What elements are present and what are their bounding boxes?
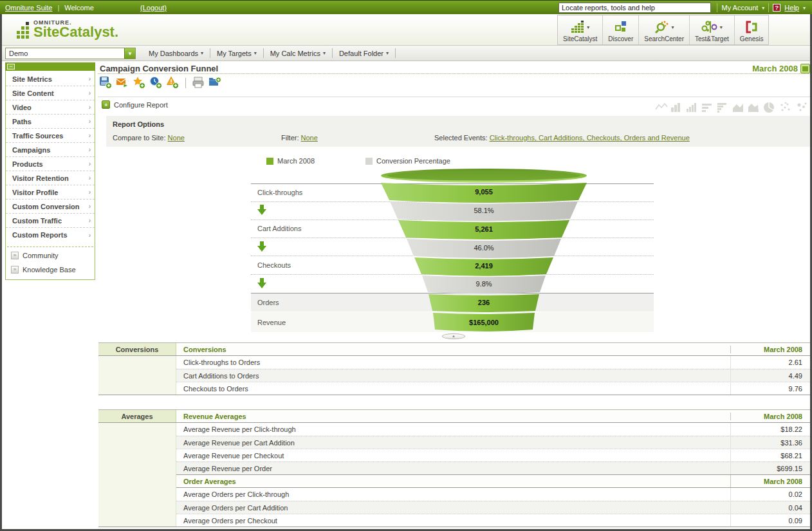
row-value: $18.22	[730, 423, 810, 436]
bookmark-report-icon[interactable]	[133, 77, 145, 89]
separator	[7, 242, 93, 247]
add-alert-icon[interactable]	[167, 77, 179, 89]
funnel-value: 2,419	[475, 262, 493, 270]
chevron-right-icon: ›	[89, 217, 91, 224]
sidebar-item-site-metrics[interactable]: Site Metrics›	[6, 72, 95, 86]
funnel-value: 9,055	[475, 188, 493, 196]
line-chart-icon	[656, 104, 667, 109]
discover-icon	[614, 20, 627, 34]
sidebar-item-visitor-retention[interactable]: Visitor Retention›	[6, 171, 95, 185]
genesis-icon	[745, 20, 758, 34]
add-to-dashboard-icon[interactable]	[150, 77, 162, 89]
sidebar-item-custom-traffic[interactable]: Custom Traffic›	[6, 214, 95, 228]
configure-report-button[interactable]: « Configure Report	[102, 100, 168, 109]
filter-option: Filter: None	[281, 134, 318, 142]
sitecatalyst-icon	[571, 20, 585, 34]
sidebar-item-visitor-profile[interactable]: Visitor Profile›	[6, 185, 95, 200]
sidebar-item-campaigns[interactable]: Campaigns›	[6, 143, 95, 157]
collapse-menu-button[interactable]: −	[7, 64, 15, 70]
sidebar-item-label: Site Content	[12, 89, 54, 97]
logout-link[interactable]: (Logout)	[140, 4, 167, 12]
chevron-down-icon: ▾	[201, 50, 203, 56]
omniture-suite-link[interactable]: Omniture Suite	[5, 4, 52, 12]
compare-to-site-link[interactable]: None	[168, 134, 185, 142]
menu-default-folder[interactable]: Default Folder▾	[333, 46, 395, 61]
my-account-menu[interactable]: My Account	[721, 4, 758, 12]
report-suite-dropdown-button[interactable]: ▼	[124, 48, 135, 59]
suite-button-sitecatalyst[interactable]: ▾ SiteCatalyst	[558, 15, 603, 44]
menu-label: Default Folder	[339, 50, 383, 57]
email-report-icon[interactable]	[116, 77, 129, 89]
sidebar-item-products[interactable]: Products›	[6, 157, 95, 171]
save-to-folder-icon[interactable]	[209, 77, 221, 89]
menu-label: My Targets	[217, 50, 252, 57]
report-period: March 2008	[752, 64, 798, 73]
menu-my-dashboards[interactable]: My Dashboards▾	[142, 46, 210, 61]
chevron-right-icon: ›	[89, 146, 91, 153]
horizontal-bar-chart-icon	[702, 104, 712, 112]
menu-my-calc-metrics[interactable]: My Calc Metrics▾	[264, 46, 332, 61]
table-row: Average Revenue per Checkout $68.21	[176, 449, 810, 461]
calendar-icon[interactable]	[800, 64, 810, 73]
report-suite-combobox: ▼	[5, 48, 136, 59]
sidebar-item-video[interactable]: Video›	[6, 100, 95, 115]
row-label: Average Revenue per Click-through	[176, 425, 730, 433]
suite-button-discover[interactable]: Discover	[603, 15, 639, 44]
omniture-logo: OMNITURE. SiteCatalyst.	[17, 19, 118, 39]
chevron-right-icon: ›	[89, 189, 91, 196]
sidebar-item-label: Products	[12, 160, 43, 168]
sidebar-item-custom-conversion[interactable]: Custom Conversion›	[6, 200, 95, 214]
sidebar-item-site-content[interactable]: Site Content›	[6, 86, 95, 100]
funnel-percent: 58.1%	[474, 207, 494, 214]
sidebar-item-community[interactable]: »Community	[6, 248, 95, 263]
funnel-step-label: Click-throughs	[257, 189, 302, 196]
testandtarget-icon	[701, 20, 718, 34]
row-label: Average Orders per Checkout	[176, 517, 730, 525]
row-label: Click-throughs to Orders	[176, 359, 730, 366]
legend-item-conversion-percentage: Conversion Percentage	[365, 157, 450, 165]
sidebar-item-label: Custom Reports	[12, 231, 68, 239]
sidebar-item-paths[interactable]: Paths›	[6, 115, 95, 129]
sidebar-item-traffic-sources[interactable]: Traffic Sources›	[6, 129, 95, 143]
row-value: 0.09	[730, 514, 810, 526]
conversions-side-column	[98, 356, 176, 395]
suite-button-genesis[interactable]: Genesis	[735, 15, 769, 44]
chevron-down-icon: ▾	[323, 50, 326, 56]
chart-type-selector[interactable]	[655, 102, 808, 113]
suite-button-label: Discover	[608, 35, 633, 42]
conversion-funnel-chart: 9,055 58.1% 5,261 46.0% 2,419 9.8% 236 $…	[355, 167, 613, 339]
chevron-right-icon: ›	[89, 203, 91, 210]
download-report-icon[interactable]	[100, 77, 112, 89]
help-menu[interactable]: Help	[784, 4, 799, 12]
search-input[interactable]	[558, 3, 711, 13]
row-value: $699.15	[730, 462, 810, 474]
chevron-right-icon: ›	[89, 160, 91, 167]
sidebar-item-custom-reports[interactable]: Custom Reports›	[6, 228, 95, 242]
row-label: Average Orders per Cart Addition	[176, 504, 730, 512]
suite-button-label: SearchCenter	[644, 35, 684, 42]
knowledge-base-icon: »	[11, 266, 19, 274]
selected-events-link[interactable]: Click-throughs, Cart Additions, Checkout…	[490, 134, 690, 142]
table-row: Click-throughs to Orders 2.61	[176, 356, 810, 369]
averages-side-column	[98, 423, 176, 526]
help-icon: ?	[773, 4, 780, 12]
table-header-period: March 2008	[730, 475, 810, 487]
bubble-chart-icon	[797, 103, 806, 111]
suite-button-searchcenter[interactable]: ▾ SearchCenter	[639, 15, 690, 44]
funnel-step-label: Orders	[257, 299, 279, 306]
row-label: Average Revenue per Cart Addition	[176, 439, 730, 447]
filter-link[interactable]: None	[301, 134, 318, 142]
suite-button-testandtarget[interactable]: ▾ Test&Target	[690, 15, 735, 44]
sidebar-item-knowledge-base[interactable]: »Knowledge Base	[6, 263, 95, 277]
chart-collapse-handle[interactable]: ▲	[442, 333, 465, 339]
chevron-down-icon: ▾	[762, 5, 764, 11]
page-title: Campaign Conversion Funnel	[98, 64, 218, 73]
selected-events-label: Selected Events:	[434, 134, 488, 142]
chevron-right-icon: ›	[89, 132, 91, 139]
row-value: 4.49	[730, 369, 810, 382]
print-report-icon[interactable]	[192, 77, 205, 89]
suite-navigation: ▾ SiteCatalyst Discover	[557, 15, 769, 45]
sidebar-item-label: Custom Traffic	[12, 217, 62, 225]
menu-my-targets[interactable]: My Targets▾	[210, 46, 263, 61]
report-suite-input[interactable]	[6, 48, 124, 59]
